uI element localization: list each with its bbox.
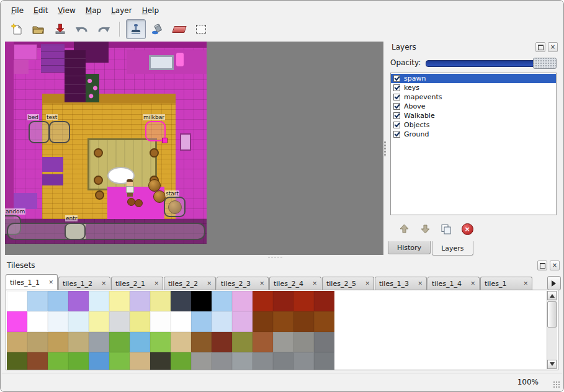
- tileset-tile[interactable]: [48, 352, 68, 370]
- tileset-tile[interactable]: [89, 352, 109, 370]
- tab-close-icon[interactable]: ✕: [259, 281, 264, 287]
- menu-layer[interactable]: Layer: [107, 5, 136, 16]
- tileset-tile[interactable]: [109, 311, 130, 332]
- tileset-tile[interactable]: [150, 352, 171, 370]
- save-file-button[interactable]: [50, 19, 70, 39]
- tileset-tile[interactable]: [253, 332, 273, 352]
- tab-close-icon[interactable]: ✕: [523, 281, 528, 287]
- tileset-tile[interactable]: [48, 332, 68, 352]
- map-object-bed[interactable]: [29, 121, 50, 143]
- tileset-tile[interactable]: [293, 291, 314, 311]
- layer-row-Objects[interactable]: Objects: [391, 120, 556, 130]
- layer-visibility-checkbox[interactable]: [393, 75, 400, 82]
- menu-file[interactable]: File: [7, 5, 28, 16]
- menu-edit[interactable]: Edit: [29, 5, 52, 16]
- tileset-tile[interactable]: [273, 332, 293, 352]
- menu-map[interactable]: Map: [81, 5, 105, 16]
- opacity-slider-handle[interactable]: [533, 58, 557, 69]
- layer-visibility-checkbox[interactable]: [393, 103, 400, 110]
- tileset-tile[interactable]: [27, 291, 48, 311]
- delete-layer-button[interactable]: ×: [459, 220, 476, 238]
- tileset-tile[interactable]: [27, 352, 48, 370]
- tileset-tab-tiles_2_4[interactable]: tiles_2_4✕: [269, 277, 321, 290]
- tileset-tab-tiles_2_3[interactable]: tiles_2_3✕: [217, 277, 269, 290]
- tileset-tile[interactable]: [314, 291, 334, 311]
- layer-row-mapevents[interactable]: mapevents: [391, 92, 556, 102]
- tileset-tab-tiles_2_2[interactable]: tiles_2_2✕: [164, 277, 216, 290]
- duplicate-layer-button[interactable]: [437, 220, 455, 238]
- tileset-tile[interactable]: [109, 352, 130, 370]
- tab-layers[interactable]: Layers: [432, 241, 473, 256]
- float-dock-button[interactable]: [537, 261, 547, 270]
- redo-button[interactable]: [94, 19, 114, 39]
- float-dock-button[interactable]: [535, 42, 545, 52]
- tileset-tile[interactable]: [253, 291, 273, 311]
- tileset-tile[interactable]: [89, 291, 109, 311]
- tileset-tile[interactable]: [150, 332, 171, 352]
- tileset-tile[interactable]: [191, 311, 212, 332]
- layer-row-spawn[interactable]: spawn: [391, 74, 556, 83]
- tileset-tile[interactable]: [7, 352, 27, 370]
- tileset-tile[interactable]: [314, 352, 334, 370]
- tileset-scrollbar[interactable]: [547, 291, 557, 369]
- open-file-button[interactable]: [29, 19, 48, 39]
- bucket-fill-tool-button[interactable]: [148, 19, 168, 39]
- tileset-tile[interactable]: [273, 352, 293, 370]
- layer-row-Ground[interactable]: Ground: [391, 130, 556, 139]
- tileset-tile[interactable]: [314, 332, 334, 352]
- raise-layer-button[interactable]: [395, 220, 413, 238]
- tileset-tile[interactable]: [130, 291, 150, 311]
- tileset-tile[interactable]: [150, 291, 171, 311]
- menu-help[interactable]: Help: [138, 5, 163, 16]
- lower-layer-button[interactable]: [416, 220, 434, 238]
- tileset-tile[interactable]: [150, 311, 171, 332]
- map-canvas[interactable]: bed test milkbar start andom entr: [5, 42, 383, 255]
- tileset-tab-tiles_2_1[interactable]: tiles_2_1✕: [111, 277, 163, 290]
- tileset-tile[interactable]: [7, 311, 27, 332]
- tileset-tile[interactable]: [273, 291, 293, 311]
- tileset-tile[interactable]: [109, 291, 130, 311]
- new-file-button[interactable]: [7, 19, 27, 39]
- tileset-tile[interactable]: [293, 352, 314, 370]
- tileset-tab-tiles_1_3[interactable]: tiles_1_3✕: [375, 277, 427, 290]
- tileset-tile[interactable]: [232, 311, 253, 332]
- tileset-tile[interactable]: [171, 291, 191, 311]
- tab-history[interactable]: History: [388, 241, 431, 254]
- tileset-tab-tiles_1[interactable]: tiles_1✕: [480, 277, 532, 290]
- tab-close-icon[interactable]: ✕: [48, 280, 53, 285]
- tileset-tile[interactable]: [89, 332, 109, 352]
- tileset-tile[interactable]: [232, 352, 253, 370]
- scroll-up-button[interactable]: [547, 291, 557, 300]
- layer-visibility-checkbox[interactable]: [393, 112, 400, 119]
- map-object-entr[interactable]: [65, 223, 86, 240]
- layer-row-Walkable[interactable]: Walkable: [391, 111, 556, 120]
- tab-close-icon[interactable]: ✕: [312, 281, 317, 287]
- tab-close-icon[interactable]: ✕: [365, 281, 370, 287]
- eraser-tool-button[interactable]: [169, 19, 189, 39]
- layer-visibility-checkbox[interactable]: [393, 131, 400, 138]
- tileset-tile[interactable]: [314, 311, 334, 332]
- tileset-tile[interactable]: [293, 332, 314, 352]
- tileset-tile[interactable]: [253, 352, 273, 370]
- tileset-tile[interactable]: [191, 291, 212, 311]
- close-dock-button[interactable]: ×: [550, 261, 560, 270]
- layer-row-Above[interactable]: Above: [391, 102, 556, 111]
- tileset-tile[interactable]: [68, 291, 89, 311]
- tileset-tile[interactable]: [68, 332, 89, 352]
- tileset-tile[interactable]: [27, 311, 48, 332]
- layer-visibility-checkbox[interactable]: [393, 122, 400, 128]
- tileset-tile[interactable]: [232, 291, 253, 311]
- resize-grip[interactable]: [553, 381, 560, 388]
- tab-close-icon[interactable]: ✕: [207, 281, 212, 287]
- map-object-start[interactable]: [164, 197, 186, 217]
- tileset-tile[interactable]: [109, 332, 130, 352]
- map-object-wide[interactable]: [7, 223, 205, 240]
- tileset-tile[interactable]: [191, 332, 212, 352]
- tileset-tile[interactable]: [212, 352, 232, 370]
- tileset-tile[interactable]: [130, 332, 150, 352]
- tab-close-icon[interactable]: ✕: [101, 281, 106, 287]
- close-dock-button[interactable]: ×: [548, 42, 558, 52]
- menu-view[interactable]: View: [53, 5, 79, 16]
- layer-visibility-checkbox[interactable]: [393, 94, 400, 100]
- tileset-tab-tiles_2_5[interactable]: tiles_2_5✕: [322, 277, 374, 290]
